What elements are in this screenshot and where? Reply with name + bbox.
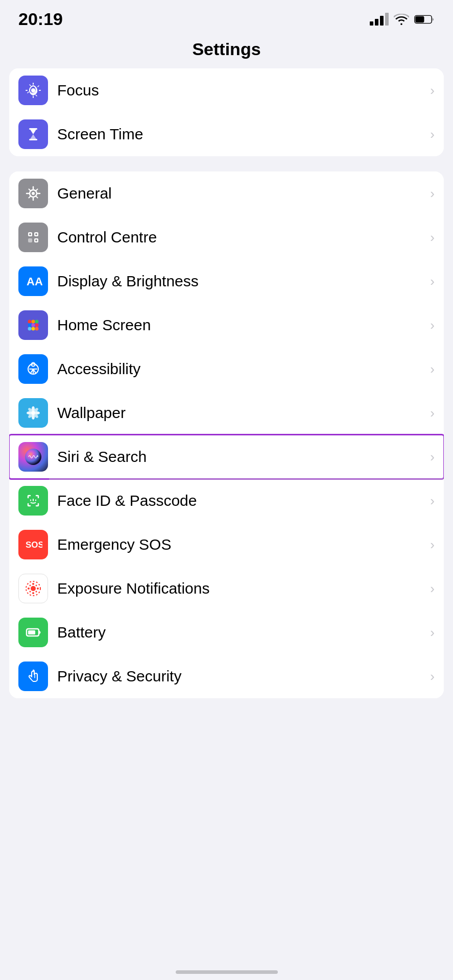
accessibility-chevron: › xyxy=(430,361,435,377)
battery-status-icon xyxy=(414,14,435,24)
display-brightness-label: Display & Brightness xyxy=(57,273,426,290)
svg-rect-9 xyxy=(28,238,32,242)
svg-point-44 xyxy=(36,585,37,586)
svg-point-15 xyxy=(28,320,32,324)
general-chevron: › xyxy=(430,186,435,202)
face-id-icon xyxy=(18,486,48,516)
signal-icon xyxy=(370,13,389,26)
sidebar-item-display-brightness[interactable]: AA Display & Brightness › xyxy=(9,259,444,303)
sidebar-item-emergency-sos[interactable]: SOS Emergency SOS › xyxy=(9,523,444,567)
sidebar-item-screen-time[interactable]: Screen Time › xyxy=(9,112,444,156)
svg-point-43 xyxy=(30,585,31,586)
status-bar: 20:19 xyxy=(0,0,453,34)
focus-chevron: › xyxy=(430,83,435,99)
svg-point-18 xyxy=(28,324,32,327)
svg-rect-48 xyxy=(28,630,35,634)
svg-point-17 xyxy=(35,320,39,324)
battery-label: Battery xyxy=(57,624,426,641)
sidebar-item-focus[interactable]: Focus › xyxy=(9,68,444,112)
svg-point-20 xyxy=(35,324,39,327)
focus-icon xyxy=(18,76,48,105)
sidebar-item-face-id[interactable]: Face ID & Passcode › xyxy=(9,479,444,523)
focus-label: Focus xyxy=(57,82,426,99)
svg-point-21 xyxy=(28,327,32,331)
sidebar-item-siri-search[interactable]: Siri & Search › xyxy=(9,435,444,479)
home-screen-icon xyxy=(18,310,48,340)
siri-icon xyxy=(18,442,48,472)
control-centre-label: Control Centre xyxy=(57,229,426,246)
page-title: Settings xyxy=(192,39,260,59)
privacy-security-icon xyxy=(18,662,48,691)
exposure-icon xyxy=(18,574,48,603)
svg-point-38 xyxy=(31,586,36,591)
emergency-sos-label: Emergency SOS xyxy=(57,536,426,553)
wallpaper-label: Wallpaper xyxy=(57,404,426,422)
general-icon xyxy=(18,179,48,208)
nav-title: Settings xyxy=(0,34,453,68)
screen-time-label: Screen Time xyxy=(57,126,426,143)
screen-time-icon xyxy=(18,119,48,149)
battery-chevron: › xyxy=(430,625,435,641)
svg-text:AA: AA xyxy=(27,275,42,288)
home-indicator xyxy=(176,970,278,974)
emergency-sos-chevron: › xyxy=(430,537,435,553)
svg-point-42 xyxy=(37,587,39,590)
accessibility-label: Accessibility xyxy=(57,360,426,378)
battery-icon-item xyxy=(18,618,48,647)
svg-point-45 xyxy=(30,591,31,593)
svg-point-35 xyxy=(25,449,41,465)
privacy-security-label: Privacy & Security xyxy=(57,668,426,685)
control-centre-icon xyxy=(18,223,48,252)
sidebar-item-exposure[interactable]: Exposure Notifications › xyxy=(9,567,444,610)
sidebar-item-accessibility[interactable]: Accessibility › xyxy=(9,347,444,391)
face-id-chevron: › xyxy=(430,493,435,509)
siri-search-chevron: › xyxy=(430,449,435,465)
svg-rect-4 xyxy=(29,139,37,140)
wallpaper-icon xyxy=(18,398,48,428)
sidebar-item-control-centre[interactable]: Control Centre › xyxy=(9,215,444,259)
svg-point-12 xyxy=(35,233,37,235)
svg-point-6 xyxy=(32,192,35,195)
screen-time-chevron: › xyxy=(430,127,435,142)
settings-section-top: Focus › Screen Time › xyxy=(9,68,444,156)
svg-point-40 xyxy=(32,592,34,594)
accessibility-icon xyxy=(18,354,48,384)
face-id-label: Face ID & Passcode xyxy=(57,492,426,509)
svg-point-11 xyxy=(29,233,31,235)
svg-point-13 xyxy=(35,239,37,241)
sidebar-item-home-screen[interactable]: Home Screen › xyxy=(9,303,444,347)
svg-point-16 xyxy=(32,320,35,324)
sidebar-item-wallpaper[interactable]: Wallpaper › xyxy=(9,391,444,435)
general-label: General xyxy=(57,185,426,202)
wifi-icon xyxy=(394,14,409,25)
svg-point-39 xyxy=(32,583,34,585)
svg-rect-1 xyxy=(415,16,424,22)
emergency-sos-icon: SOS xyxy=(18,530,48,559)
wallpaper-chevron: › xyxy=(430,405,435,421)
siri-search-label: Siri & Search xyxy=(57,448,426,465)
svg-point-22 xyxy=(32,327,35,331)
exposure-label: Exposure Notifications xyxy=(57,580,426,597)
status-time: 20:19 xyxy=(18,9,63,29)
svg-text:SOS: SOS xyxy=(26,540,42,550)
sidebar-item-general[interactable]: General › xyxy=(9,172,444,215)
svg-point-2 xyxy=(31,88,35,92)
svg-point-19 xyxy=(32,324,35,327)
svg-point-23 xyxy=(35,327,39,331)
home-screen-chevron: › xyxy=(430,317,435,333)
privacy-security-chevron: › xyxy=(430,669,435,684)
svg-point-46 xyxy=(36,591,37,593)
settings-section-main: General › Control Centre › AA Display & … xyxy=(9,172,444,698)
status-icons xyxy=(370,13,435,26)
home-screen-label: Home Screen xyxy=(57,316,426,334)
sidebar-item-battery[interactable]: Battery › xyxy=(9,610,444,654)
svg-rect-3 xyxy=(29,128,37,130)
display-brightness-icon: AA xyxy=(18,266,48,296)
exposure-chevron: › xyxy=(430,581,435,597)
svg-point-41 xyxy=(28,587,30,590)
sidebar-item-privacy-security[interactable]: Privacy & Security › xyxy=(9,654,444,698)
control-centre-chevron: › xyxy=(430,230,435,246)
display-brightness-chevron: › xyxy=(430,274,435,289)
